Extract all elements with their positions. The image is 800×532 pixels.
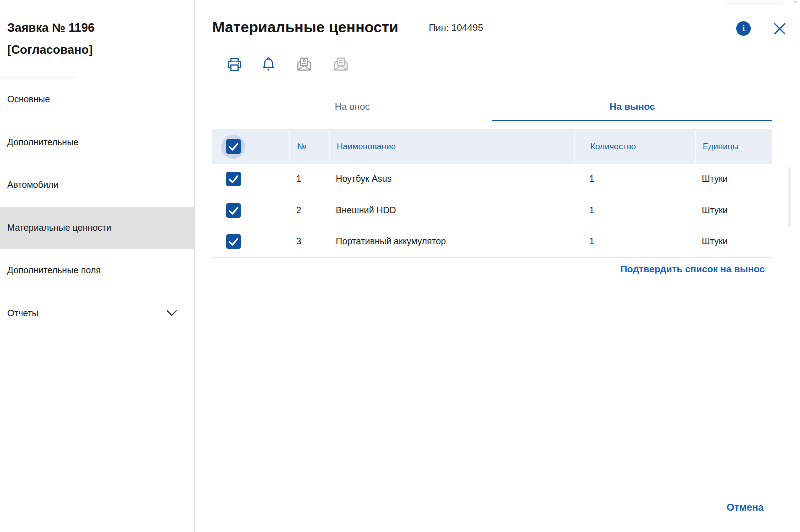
- column-header-qty: Количество: [574, 129, 695, 164]
- items-table: № Наименование Количество Единицы 1 Ноут…: [212, 129, 772, 258]
- info-icon[interactable]: i: [736, 21, 751, 36]
- confirm-list-link[interactable]: Подтвердить список на вынос: [620, 264, 765, 275]
- sidebar-item-label: Дополнительные поля: [8, 265, 101, 276]
- sidebar-item-label: Основные: [8, 94, 50, 105]
- checkmark-icon: [226, 172, 241, 186]
- sidebar-item-materialnye-cennosti[interactable]: Материальные ценности: [0, 207, 195, 250]
- cell-num: 3: [290, 226, 330, 258]
- cell-num: 2: [290, 195, 330, 227]
- page-title: Материальные ценности: [212, 19, 398, 36]
- cutoff-corner-fragment: [794, 1, 798, 3]
- cell-name: Портативный аккумулятор: [330, 226, 574, 258]
- info-glyph: i: [742, 23, 745, 33]
- sidebar-item-label: Отчеты: [8, 308, 38, 319]
- table-row-checkbox-cell: [212, 195, 290, 227]
- notification-button[interactable]: [259, 55, 278, 74]
- row-checkbox[interactable]: [226, 172, 241, 186]
- request-status: [Согласовано]: [8, 39, 95, 61]
- send-mail-button[interactable]: [332, 55, 350, 74]
- checkmark-icon: [226, 203, 241, 218]
- cell-num: 1: [290, 164, 330, 195]
- sidebar-item-label: Дополнительные: [8, 137, 79, 148]
- row-checkbox[interactable]: [226, 203, 241, 218]
- sidebar-item-osnovnye[interactable]: Основные: [0, 78, 195, 121]
- select-all-cell: [212, 129, 290, 164]
- select-all-checkbox[interactable]: [226, 139, 241, 154]
- cell-name: Внешний HDD: [330, 195, 574, 227]
- column-header-name: Наименование: [330, 129, 574, 164]
- send-contact-mail-button[interactable]: [295, 55, 314, 74]
- bell-icon: [261, 57, 276, 72]
- modal-window: Заявка № 1196 [Согласовано] Основные Доп…: [0, 0, 800, 532]
- tab-na-vnos[interactable]: На внос: [212, 92, 492, 121]
- envelope-letter-icon: [332, 56, 350, 73]
- sidebar-nav: Основные Дополнительные Автомобили Матер…: [0, 78, 195, 335]
- sidebar: Заявка № 1196 [Согласовано] Основные Доп…: [0, 0, 195, 532]
- cell-unit: Штуки: [695, 164, 772, 195]
- column-header-num: №: [290, 129, 330, 164]
- sidebar-item-dopolnitelnye-polya[interactable]: Дополнительные поля: [0, 249, 195, 292]
- cell-unit: Штуки: [695, 195, 772, 227]
- close-x-glyph: [773, 22, 787, 36]
- sidebar-item-label: Материальные ценности: [8, 223, 112, 233]
- close-icon[interactable]: [773, 22, 787, 36]
- envelope-contact-icon: [296, 56, 313, 73]
- tabs: На внос На вынос: [212, 92, 772, 121]
- cell-qty: 1: [574, 226, 695, 258]
- print-button[interactable]: [225, 55, 244, 74]
- checkmark-icon: [226, 139, 241, 154]
- checkbox-halo: [222, 135, 246, 159]
- pin-label: Пин: 104495: [429, 22, 484, 33]
- divider: [0, 77, 76, 78]
- tab-na-vynos[interactable]: На вынос: [492, 92, 772, 121]
- table-row-checkbox-cell: [212, 164, 290, 195]
- cell-qty: 1: [574, 164, 695, 195]
- request-title: Заявка № 1196 [Согласовано]: [8, 17, 95, 61]
- sidebar-item-avtomobili[interactable]: Автомобили: [0, 164, 195, 207]
- cancel-button[interactable]: Отмена: [727, 502, 764, 513]
- chevron-down-icon: [166, 310, 178, 317]
- row-checkbox[interactable]: [226, 234, 241, 249]
- column-header-unit: Единицы: [695, 129, 772, 164]
- scrollbar-thumb[interactable]: [788, 167, 792, 227]
- table-row-checkbox-cell: [212, 226, 290, 258]
- sidebar-item-dopolnitelnye[interactable]: Дополнительные: [0, 121, 195, 164]
- sidebar-item-otchety[interactable]: Отчеты: [0, 292, 195, 335]
- sidebar-item-label: Автомобили: [8, 180, 59, 190]
- request-number: Заявка № 1196: [8, 17, 95, 39]
- cell-name: Ноутбук Asus: [330, 164, 574, 195]
- cutoff-button-fragment: [724, 0, 782, 4]
- cell-qty: 1: [574, 195, 695, 227]
- cell-unit: Штуки: [695, 226, 772, 258]
- checkmark-icon: [226, 234, 241, 249]
- printer-icon: [226, 56, 243, 73]
